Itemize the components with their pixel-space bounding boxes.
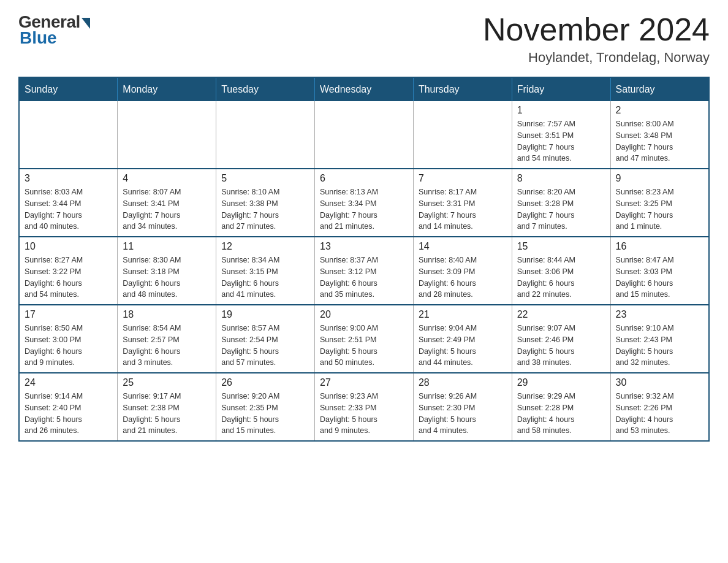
day-number: 11 <box>123 241 211 252</box>
calendar-cell: 22Sunrise: 9:07 AM Sunset: 2:46 PM Dayli… <box>512 305 610 373</box>
day-info: Sunrise: 9:14 AM Sunset: 2:40 PM Dayligh… <box>25 391 112 437</box>
title-block: November 2024 Hoylandet, Trondelag, Norw… <box>483 12 710 66</box>
day-number: 6 <box>320 173 408 184</box>
weekday-header-friday: Friday <box>512 77 610 101</box>
day-number: 3 <box>25 173 112 184</box>
calendar-cell: 18Sunrise: 8:54 AM Sunset: 2:57 PM Dayli… <box>118 305 216 373</box>
calendar-cell: 2Sunrise: 8:00 AM Sunset: 3:48 PM Daylig… <box>610 101 709 169</box>
day-info: Sunrise: 8:50 AM Sunset: 3:00 PM Dayligh… <box>25 323 112 369</box>
calendar-cell: 3Sunrise: 8:03 AM Sunset: 3:44 PM Daylig… <box>19 169 118 237</box>
month-year-title: November 2024 <box>483 12 710 47</box>
calendar-cell <box>118 101 216 169</box>
day-info: Sunrise: 8:20 AM Sunset: 3:28 PM Dayligh… <box>517 186 605 232</box>
day-number: 16 <box>616 241 703 252</box>
calendar-cell: 11Sunrise: 8:30 AM Sunset: 3:18 PM Dayli… <box>118 237 216 305</box>
location-text: Hoylandet, Trondelag, Norway <box>483 50 710 66</box>
weekday-header-saturday: Saturday <box>610 77 709 101</box>
day-info: Sunrise: 9:17 AM Sunset: 2:38 PM Dayligh… <box>123 391 211 437</box>
day-number: 28 <box>419 377 507 388</box>
logo: General Blue <box>18 12 90 48</box>
day-number: 23 <box>616 309 703 320</box>
calendar-cell: 6Sunrise: 8:13 AM Sunset: 3:34 PM Daylig… <box>315 169 414 237</box>
day-info: Sunrise: 8:03 AM Sunset: 3:44 PM Dayligh… <box>25 186 112 232</box>
weekday-header-thursday: Thursday <box>413 77 512 101</box>
day-info: Sunrise: 8:54 AM Sunset: 2:57 PM Dayligh… <box>123 323 211 369</box>
day-number: 10 <box>25 241 112 252</box>
calendar-cell: 16Sunrise: 8:47 AM Sunset: 3:03 PM Dayli… <box>610 237 709 305</box>
day-number: 8 <box>517 173 605 184</box>
day-info: Sunrise: 8:40 AM Sunset: 3:09 PM Dayligh… <box>419 255 507 301</box>
day-number: 4 <box>123 173 211 184</box>
calendar-cell: 25Sunrise: 9:17 AM Sunset: 2:38 PM Dayli… <box>118 373 216 441</box>
day-number: 5 <box>221 173 309 184</box>
calendar-cell: 19Sunrise: 8:57 AM Sunset: 2:54 PM Dayli… <box>216 305 315 373</box>
calendar-table: SundayMondayTuesdayWednesdayThursdayFrid… <box>18 77 710 442</box>
calendar-cell: 26Sunrise: 9:20 AM Sunset: 2:35 PM Dayli… <box>216 373 315 441</box>
day-info: Sunrise: 8:47 AM Sunset: 3:03 PM Dayligh… <box>616 255 703 301</box>
day-info: Sunrise: 9:20 AM Sunset: 2:35 PM Dayligh… <box>221 391 309 437</box>
day-info: Sunrise: 9:29 AM Sunset: 2:28 PM Dayligh… <box>517 391 605 437</box>
day-info: Sunrise: 8:10 AM Sunset: 3:38 PM Dayligh… <box>221 186 309 232</box>
day-number: 17 <box>25 309 112 320</box>
calendar-cell: 14Sunrise: 8:40 AM Sunset: 3:09 PM Dayli… <box>413 237 512 305</box>
day-info: Sunrise: 8:23 AM Sunset: 3:25 PM Dayligh… <box>616 186 703 232</box>
calendar-cell: 17Sunrise: 8:50 AM Sunset: 3:00 PM Dayli… <box>19 305 118 373</box>
day-info: Sunrise: 7:57 AM Sunset: 3:51 PM Dayligh… <box>517 118 605 164</box>
day-number: 12 <box>221 241 309 252</box>
day-number: 25 <box>123 377 211 388</box>
day-number: 13 <box>320 241 408 252</box>
calendar-cell: 20Sunrise: 9:00 AM Sunset: 2:51 PM Dayli… <box>315 305 414 373</box>
calendar-cell: 9Sunrise: 8:23 AM Sunset: 3:25 PM Daylig… <box>610 169 709 237</box>
day-info: Sunrise: 9:32 AM Sunset: 2:26 PM Dayligh… <box>616 391 703 437</box>
calendar-cell <box>19 101 118 169</box>
day-number: 30 <box>616 377 703 388</box>
day-info: Sunrise: 9:04 AM Sunset: 2:49 PM Dayligh… <box>419 323 507 369</box>
calendar-cell: 4Sunrise: 8:07 AM Sunset: 3:41 PM Daylig… <box>118 169 216 237</box>
weekday-header-wednesday: Wednesday <box>315 77 414 101</box>
day-info: Sunrise: 9:07 AM Sunset: 2:46 PM Dayligh… <box>517 323 605 369</box>
day-number: 22 <box>517 309 605 320</box>
day-number: 29 <box>517 377 605 388</box>
calendar-week-row: 17Sunrise: 8:50 AM Sunset: 3:00 PM Dayli… <box>19 305 709 373</box>
day-info: Sunrise: 8:00 AM Sunset: 3:48 PM Dayligh… <box>616 118 703 164</box>
calendar-cell: 27Sunrise: 9:23 AM Sunset: 2:33 PM Dayli… <box>315 373 414 441</box>
calendar-header-row: SundayMondayTuesdayWednesdayThursdayFrid… <box>19 77 709 101</box>
day-number: 21 <box>419 309 507 320</box>
logo-arrow-icon <box>82 18 90 29</box>
calendar-cell: 12Sunrise: 8:34 AM Sunset: 3:15 PM Dayli… <box>216 237 315 305</box>
calendar-cell: 1Sunrise: 7:57 AM Sunset: 3:51 PM Daylig… <box>512 101 610 169</box>
calendar-cell <box>216 101 315 169</box>
weekday-header-sunday: Sunday <box>19 77 118 101</box>
calendar-cell: 24Sunrise: 9:14 AM Sunset: 2:40 PM Dayli… <box>19 373 118 441</box>
calendar-cell: 7Sunrise: 8:17 AM Sunset: 3:31 PM Daylig… <box>413 169 512 237</box>
calendar-cell: 5Sunrise: 8:10 AM Sunset: 3:38 PM Daylig… <box>216 169 315 237</box>
day-number: 14 <box>419 241 507 252</box>
day-number: 19 <box>221 309 309 320</box>
day-info: Sunrise: 8:27 AM Sunset: 3:22 PM Dayligh… <box>25 255 112 301</box>
day-number: 27 <box>320 377 408 388</box>
day-info: Sunrise: 9:23 AM Sunset: 2:33 PM Dayligh… <box>320 391 408 437</box>
day-number: 20 <box>320 309 408 320</box>
calendar-cell <box>315 101 414 169</box>
day-info: Sunrise: 8:34 AM Sunset: 3:15 PM Dayligh… <box>221 255 309 301</box>
calendar-cell: 21Sunrise: 9:04 AM Sunset: 2:49 PM Dayli… <box>413 305 512 373</box>
day-info: Sunrise: 9:10 AM Sunset: 2:43 PM Dayligh… <box>616 323 703 369</box>
day-info: Sunrise: 8:17 AM Sunset: 3:31 PM Dayligh… <box>419 186 507 232</box>
calendar-cell: 13Sunrise: 8:37 AM Sunset: 3:12 PM Dayli… <box>315 237 414 305</box>
calendar-cell <box>413 101 512 169</box>
day-number: 24 <box>25 377 112 388</box>
day-info: Sunrise: 8:44 AM Sunset: 3:06 PM Dayligh… <box>517 255 605 301</box>
day-info: Sunrise: 9:00 AM Sunset: 2:51 PM Dayligh… <box>320 323 408 369</box>
day-number: 9 <box>616 173 703 184</box>
day-info: Sunrise: 8:30 AM Sunset: 3:18 PM Dayligh… <box>123 255 211 301</box>
calendar-week-row: 3Sunrise: 8:03 AM Sunset: 3:44 PM Daylig… <box>19 169 709 237</box>
calendar-cell: 8Sunrise: 8:20 AM Sunset: 3:28 PM Daylig… <box>512 169 610 237</box>
day-number: 18 <box>123 309 211 320</box>
day-number: 2 <box>616 105 703 116</box>
page-header: General Blue November 2024 Hoylandet, Tr… <box>18 12 710 66</box>
day-number: 15 <box>517 241 605 252</box>
calendar-week-row: 1Sunrise: 7:57 AM Sunset: 3:51 PM Daylig… <box>19 101 709 169</box>
calendar-cell: 29Sunrise: 9:29 AM Sunset: 2:28 PM Dayli… <box>512 373 610 441</box>
day-number: 26 <box>221 377 309 388</box>
day-info: Sunrise: 8:13 AM Sunset: 3:34 PM Dayligh… <box>320 186 408 232</box>
